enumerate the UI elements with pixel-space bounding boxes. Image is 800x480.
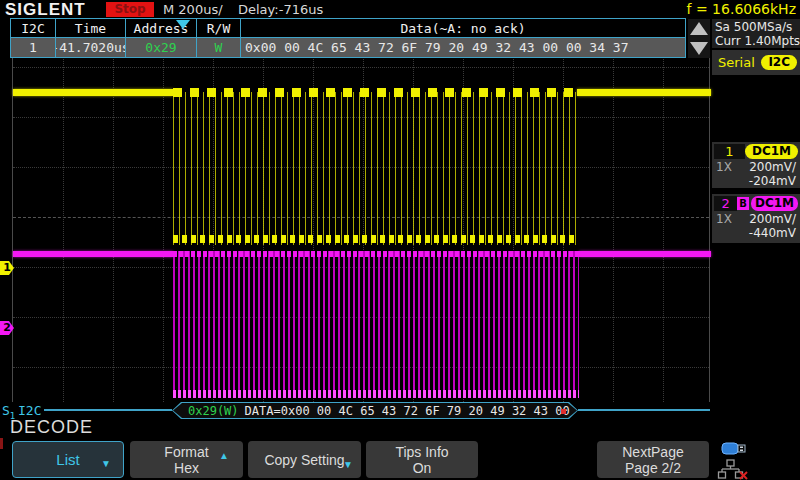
chevron-down-icon: ▼ bbox=[101, 456, 111, 472]
channel2-bandwidth-badge: B bbox=[737, 197, 749, 210]
panel-edge-mark bbox=[0, 438, 3, 449]
format-button-label: Format bbox=[164, 444, 208, 460]
menu-title: DECODE bbox=[10, 417, 93, 438]
cell-time: -41.7020us bbox=[56, 38, 126, 57]
channel2-probe: 1X bbox=[716, 212, 732, 226]
oscilloscope-screen: SIGLENT Stop M 200us/ Delay:-716us f = 1… bbox=[0, 0, 800, 480]
lan-icon bbox=[719, 460, 743, 478]
bus-line-right bbox=[578, 409, 710, 411]
channel1-descriptor[interactable]: 1 DC1M 1X 200mV/ -204mV bbox=[712, 142, 800, 188]
grid-vline bbox=[613, 42, 614, 402]
copy-setting-label: Copy Setting bbox=[264, 452, 344, 468]
table-scrollbar bbox=[688, 19, 710, 58]
next-page-button[interactable]: NextPage Page 2/2 bbox=[597, 441, 709, 478]
ch2-trace-burst-high bbox=[173, 251, 579, 257]
trigger-position-icon bbox=[176, 20, 190, 29]
tips-info-button[interactable]: Tips Info On bbox=[366, 441, 478, 478]
cell-address: 0x29 bbox=[126, 38, 197, 57]
bus-protocol-label: I2C bbox=[18, 403, 41, 418]
run-state-badge: Stop bbox=[106, 2, 154, 17]
trigger-delay-readout: Delay:-716us bbox=[238, 2, 323, 17]
packet-address: 0x29(W) bbox=[188, 404, 239, 418]
ch1-trace-burst-high bbox=[173, 88, 578, 97]
usb-icon bbox=[722, 443, 745, 454]
grid-vline bbox=[663, 42, 664, 402]
scroll-up-icon[interactable] bbox=[690, 22, 708, 35]
serial-type-badge: I2C bbox=[761, 55, 797, 70]
decode-table-header: I2C Time Address R/W Data(~A: no ack) bbox=[11, 19, 685, 38]
chevron-down-icon: ▼ bbox=[343, 457, 353, 473]
channel2-offset: -440mV bbox=[749, 226, 796, 240]
format-button[interactable]: Format Hex ▲ bbox=[130, 441, 243, 478]
decode-event-table: I2C Time Address R/W Data(~A: no ack) 1 … bbox=[10, 18, 686, 58]
channel2-coupling-badge: DC1M bbox=[751, 196, 798, 211]
timebase-readout: M 200us/ bbox=[163, 2, 223, 17]
tips-info-label: Tips Info bbox=[395, 444, 448, 460]
acquisition-readout: Sa 500MSa/s Curr 1.40Mpts bbox=[712, 19, 800, 48]
channel1-offset: -204mV bbox=[749, 174, 796, 188]
frequency-counter: f = 16.6066kHz bbox=[687, 1, 796, 17]
format-button-value: Hex bbox=[174, 460, 199, 476]
cell-index: 1 bbox=[11, 38, 56, 57]
ch2-trace-burst-low bbox=[173, 390, 579, 398]
next-page-value: Page 2/2 bbox=[625, 460, 681, 476]
grid-vline bbox=[113, 42, 114, 402]
header-time: Time bbox=[56, 19, 126, 37]
memory-depth: Curr 1.40Mpts bbox=[715, 34, 798, 48]
ch2-trace-idle-left bbox=[13, 251, 173, 257]
tips-info-value: On bbox=[413, 460, 432, 476]
ch1-trace-idle-right bbox=[577, 89, 711, 96]
sample-rate: Sa 500MSa/s bbox=[715, 20, 798, 34]
list-button[interactable]: List ▼ bbox=[12, 441, 124, 478]
ch1-trace-burst-low bbox=[173, 235, 578, 243]
channel1-probe: 1X bbox=[716, 160, 732, 174]
channel2-descriptor[interactable]: 2 B DC1M 1X 200mV/ -440mV bbox=[712, 194, 800, 243]
next-page-label: NextPage bbox=[622, 444, 683, 460]
grid-hline bbox=[13, 67, 709, 68]
header-rw: R/W bbox=[197, 19, 241, 37]
stop-bit-icon bbox=[561, 409, 566, 414]
decode-packet: 0x29(W) DATA=0x00 00 4C 65 43 72 6F 79 2… bbox=[172, 402, 578, 419]
ch2-trace-burst bbox=[173, 251, 579, 398]
ch1-trace-burst bbox=[173, 92, 578, 245]
channel2-number: 2 bbox=[714, 196, 737, 211]
packet-payload: DATA=0x00 00 4C 65 43 72 6F 79 20 49 32 … bbox=[245, 404, 570, 418]
grid-vline bbox=[63, 42, 64, 402]
serial-label: Serial bbox=[718, 55, 755, 70]
copy-setting-button[interactable]: Copy Setting ▼ bbox=[248, 441, 361, 478]
table-row[interactable]: 1 -41.7020us 0x29 W 0x00 00 4C 65 43 72 … bbox=[11, 38, 685, 57]
usb-and-lan-icons bbox=[716, 440, 752, 480]
cell-rw: W bbox=[197, 38, 241, 57]
scroll-down-icon[interactable] bbox=[690, 42, 708, 55]
ch2-trace-idle-right bbox=[579, 251, 711, 257]
cell-data: 0x00 00 4C 65 43 72 6F 79 20 49 32 43 00… bbox=[241, 38, 685, 57]
lan-disconnected-icon bbox=[740, 472, 747, 479]
header-protocol: I2C bbox=[11, 19, 56, 37]
list-button-label: List bbox=[56, 452, 79, 468]
channel2-scale: 200mV/ bbox=[749, 212, 796, 226]
brand-logo: SIGLENT bbox=[5, 0, 86, 20]
io-status-icons bbox=[716, 440, 752, 480]
waveform-graticule bbox=[12, 42, 710, 402]
ch1-trace-idle-left bbox=[13, 89, 173, 96]
channel1-number: 1 bbox=[714, 144, 745, 159]
serial-decode-status[interactable]: Serial I2C bbox=[712, 50, 800, 75]
bus-line-left bbox=[44, 409, 172, 411]
chevron-up-icon: ▲ bbox=[219, 448, 229, 464]
grid-vline bbox=[163, 42, 164, 402]
header-data: Data(~A: no ack) bbox=[241, 19, 685, 37]
channel1-coupling-badge: DC1M bbox=[745, 144, 798, 159]
channel1-scale: 200mV/ bbox=[749, 160, 796, 174]
